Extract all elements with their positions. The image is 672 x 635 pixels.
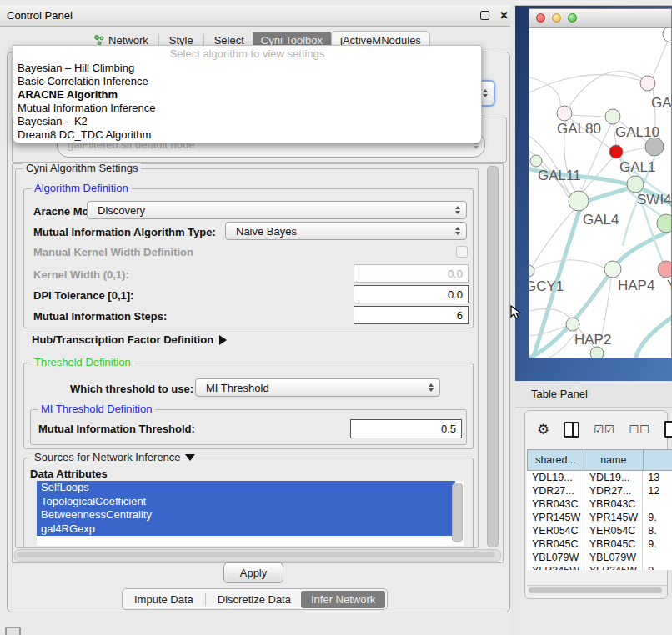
table-row[interactable]: YLR345WYLR345W9. [527,564,672,570]
settings-horizontal-scrollbar[interactable] [14,549,501,562]
node-gal11[interactable] [530,155,542,167]
column-header[interactable] [644,449,672,471]
mi-steps-field[interactable]: 6 [354,306,469,324]
table-cell [643,551,672,564]
node-gray[interactable] [645,138,664,156]
checked-pair-icon[interactable]: ☑☑ [594,423,614,436]
float-panel-icon[interactable] [480,11,489,20]
mi-algorithm-type-value: Naive Bayes [236,225,453,238]
node-gal4[interactable] [569,191,589,211]
tab-discretize-data[interactable]: Discretize Data [208,591,301,608]
node-gal80[interactable] [557,106,572,121]
node-big-green[interactable] [657,214,671,232]
sources-group-title[interactable]: Sources for Network Inference [31,451,198,463]
table-cell: YLR345W [584,564,644,570]
node-top-arc[interactable] [663,28,671,42]
algorithm-option[interactable]: Bayesian – Hill Climbing [13,62,481,75]
hub-definition-section[interactable]: Hub/Transcription Factor Definition [32,333,227,346]
table-cell: YBR043C [527,498,584,511]
column-header[interactable]: name [584,449,644,471]
node-gcy1[interactable] [529,265,534,277]
unchecked-pair-icon[interactable]: ☐☐ [629,423,650,436]
algorithm-option[interactable]: Basic Correlation Inference [13,75,481,88]
tab-impute-data[interactable]: Impute Data [124,591,203,608]
expand-arrow-icon [185,454,195,461]
attribute-item[interactable]: TopologicalCoefficient [37,495,455,509]
data-attributes-list[interactable]: SelfLoopsTopologicalCoefficientBetweenne… [37,481,464,546]
table-row[interactable]: YBL079WYBL079W [527,551,672,564]
node-label: GAL80 [557,121,601,137]
mouse-cursor [510,305,522,320]
algorithm-option[interactable]: Dream8 DC_TDC Algorithm [13,128,481,142]
table-row[interactable]: YBR043CYBR043C [527,498,672,511]
table-row[interactable]: YBR045CYBR045C9. [527,538,672,551]
node-hap4[interactable] [604,261,621,278]
mi-algorithm-type-label: Mutual Information Algorithm Type: [33,226,216,238]
table-cell: YPR145W [584,511,644,524]
network-graph[interactable]: GALGAL80GAL10GAL1GAL11SWI4GAL4GCY1HAP4YH… [529,28,671,358]
close-panel-icon[interactable]: ✕ [499,10,509,21]
kernel-width-value: 0.0 [448,268,463,280]
attributes-list-scrollbar[interactable] [452,482,463,542]
attribute-item[interactable]: BetweennessCentrality [37,508,455,522]
table-cell: YER054C [584,524,644,538]
docked-panel-icon[interactable] [5,627,21,635]
node-swi4[interactable] [627,176,644,192]
kernel-width-field[interactable]: 0.0 [354,264,469,282]
algorithm-option[interactable]: ARACNE Algorithm [13,88,481,102]
dpi-tolerance-label: DPI Tolerance [0,1]: [33,289,133,302]
column-header[interactable]: shared... [527,449,584,471]
network-edge [623,148,645,152]
node-table[interactable]: shared...nameYDL19...YDL19...13YDR27...Y… [527,449,672,570]
node-gal10[interactable] [605,109,620,124]
hub-definition-label: Hub/Transcription Factor Definition [32,333,213,346]
tab-separator [205,593,206,606]
network-edge [653,41,668,78]
attribute-item[interactable]: SelfLoops [37,481,455,495]
zoom-window-icon[interactable] [568,13,577,22]
settings-vertical-scrollbar[interactable] [487,166,499,548]
tab-infer-network[interactable]: Infer Network [301,591,385,608]
mi-algorithm-type-combo[interactable]: Naive Bayes [225,222,467,240]
node-gal1[interactable] [609,145,623,158]
table-cell: 12 [643,484,672,498]
table-horizontal-scrollbar[interactable] [527,585,667,595]
data-attributes-label: Data Attributes [30,468,108,480]
algorithm-option[interactable]: Mutual Information Inference [13,102,481,115]
close-window-icon[interactable] [536,13,545,22]
aracne-mode-combo[interactable]: Discovery [87,201,467,219]
node-label: GCY1 [529,278,564,294]
aracne-mode-value: Discovery [98,204,453,217]
table-cell: YBL079W [584,551,644,564]
minimize-window-icon[interactable] [552,13,561,22]
node-hap2[interactable] [566,318,579,331]
node-pink-right[interactable] [658,261,671,278]
table-row[interactable]: YER054CYER054C8. [527,524,672,538]
threshold-definition-title: Threshold Definition [31,356,134,368]
split-pane-icon[interactable] [564,422,579,438]
table-panel-header: Table Panel [515,381,672,408]
document-icon[interactable] [664,421,672,438]
dpi-tolerance-field[interactable]: 0.0 [354,285,469,303]
node-gal-top[interactable] [640,76,655,91]
gear-icon[interactable]: ⚙ [537,422,549,437]
apply-button-label: Apply [240,567,268,579]
node-label: Y [667,278,671,293]
node-label: GAL4 [583,212,619,228]
combo-arrows-icon [453,206,463,214]
mi-threshold-field[interactable]: 0.5 [350,419,462,438]
algorithm-option[interactable]: Bayesian – K2 [13,115,481,128]
table-cell: 13 [643,471,672,484]
table-cell: 9. [643,511,672,524]
table-row[interactable]: YDR27...YDR27...12 [527,484,672,498]
which-threshold-combo[interactable]: MI Threshold [195,378,440,397]
node-bottom-green[interactable] [590,347,604,358]
table-cell: YDR27... [527,484,584,498]
table-cell: 9. [643,564,672,570]
table-row[interactable]: YPR145WYPR145W9. [527,511,672,524]
manual-kernel-width-checkbox[interactable] [456,246,468,258]
network-view-window[interactable]: GALGAL80GAL10GAL1GAL11SWI4GAL4GCY1HAP4YH… [529,8,672,358]
table-row[interactable]: YDL19...YDL19...13 [527,471,672,484]
apply-button[interactable]: Apply [223,562,283,583]
attribute-item[interactable]: gal4RGexp [37,522,455,537]
